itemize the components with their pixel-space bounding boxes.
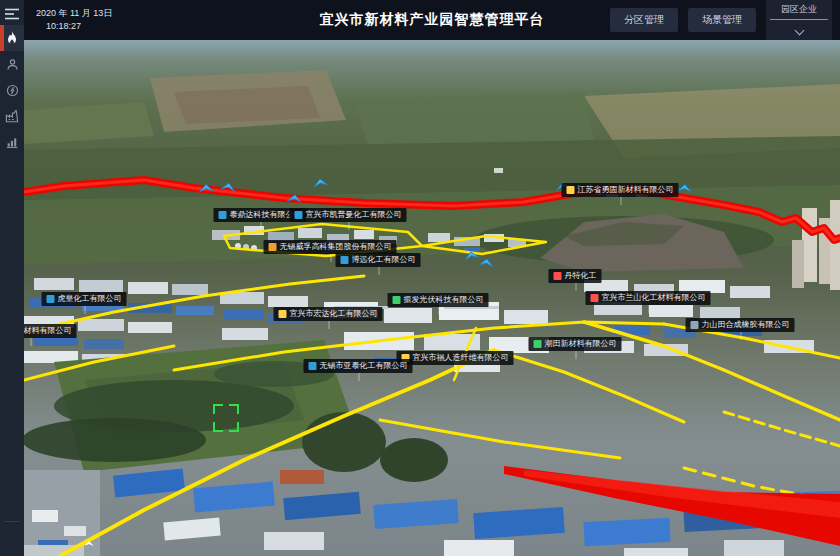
company-label[interactable]: 宜兴市福人造纤维有限公司	[397, 351, 514, 365]
company-label-text: 宜兴市兰山化工材料有限公司	[602, 294, 706, 302]
factory-icon	[5, 110, 19, 123]
company-marker-icon	[47, 295, 55, 303]
company-label[interactable]: 丹特化工	[549, 269, 602, 283]
company-label[interactable]: 潮田新材料有限公司	[529, 337, 622, 351]
sidebar-divider	[4, 521, 20, 522]
person-icon	[6, 58, 19, 71]
company-label[interactable]: 宜兴市宏达化工有限公司	[274, 307, 383, 321]
company-label-text: 力山田合成橡胶有限公司	[702, 321, 790, 329]
company-label-text: 宜兴市宏达化工有限公司	[290, 310, 378, 318]
chevron-down-icon	[794, 26, 804, 36]
page-title: 宜兴市新材料产业园智慧管理平台	[320, 11, 545, 29]
sidebar-item-factory[interactable]	[0, 103, 24, 129]
company-label[interactable]: 虎皇化工有限公司	[42, 292, 127, 306]
datetime: 2020 年 11 月 13日 10:18:27	[36, 7, 112, 34]
company-label[interactable]: 力山田合成橡胶有限公司	[686, 318, 795, 332]
company-label-text: 无锡威孚高科集团股份有限公司	[280, 243, 392, 251]
sidebar-item-energy[interactable]	[0, 77, 24, 103]
menu-icon[interactable]	[0, 3, 24, 25]
date-text: 2020 年 11 月 13日	[36, 7, 112, 21]
company-label[interactable]: 博远化工有限公司	[336, 253, 421, 267]
company-label-text: 虎皇化工有限公司	[58, 295, 122, 303]
company-marker-icon	[567, 186, 575, 194]
company-label-text: 潮田新材料有限公司	[545, 340, 617, 348]
company-label[interactable]: 江苏省勇固新材料有限公司	[562, 183, 679, 197]
company-marker-icon	[691, 321, 699, 329]
company-marker-icon	[591, 294, 599, 302]
power-icon	[6, 84, 19, 97]
scene-management-button[interactable]: 场景管理	[688, 8, 756, 32]
company-label[interactable]: 振发光伏科技有限公司	[388, 293, 489, 307]
dropdown-label: 园区企业	[770, 3, 828, 20]
company-label-text: 振发光伏科技有限公司	[404, 296, 484, 304]
company-marker-icon	[554, 272, 562, 280]
company-label[interactable]: 无锡威孚高科集团股份有限公司	[264, 240, 397, 254]
company-label-text: 博远化工有限公司	[352, 256, 416, 264]
company-label[interactable]: 无锡市亚泰化工有限公司	[304, 359, 413, 373]
company-marker-icon	[393, 296, 401, 304]
sidebar	[0, 0, 24, 556]
company-label-text: 江苏省勇固新材料有限公司	[578, 186, 674, 194]
fire-icon	[6, 31, 18, 45]
smart-park-platform: 2020 年 11 月 13日 10:18:27 宜兴市新材料产业园智慧管理平台…	[0, 0, 840, 556]
sidebar-item-statistics[interactable]	[0, 129, 24, 155]
company-label-text: 宜兴市福人造纤维有限公司	[413, 354, 509, 362]
sidebar-item-fire[interactable]	[0, 25, 24, 51]
company-marker-icon	[341, 256, 349, 264]
company-marker-icon	[309, 362, 317, 370]
company-marker-icon	[534, 340, 542, 348]
company-label-text: 丹特化工	[565, 272, 597, 280]
company-marker-icon	[279, 310, 287, 318]
company-label-text: 远东新材料有限公司	[24, 327, 72, 335]
company-marker-icon	[295, 211, 303, 219]
sidebar-item-personnel[interactable]	[0, 51, 24, 77]
time-text: 10:18:27	[46, 20, 112, 34]
company-label[interactable]: 宜兴市凯普曼化工有限公司	[290, 208, 407, 222]
zone-management-button[interactable]: 分区管理	[610, 8, 678, 32]
company-marker-icon	[269, 243, 277, 251]
map-3d-viewport[interactable]: 泰鼎达科技有限公司 宜兴市凯普曼化工有限公司 无锡威孚高科集团股份有限公司 博远…	[24, 40, 840, 556]
company-label[interactable]: 宜兴市兰山化工材料有限公司	[586, 291, 711, 305]
header-actions: 分区管理 场景管理 园区企业	[610, 0, 832, 40]
company-label-text: 宜兴市凯普曼化工有限公司	[306, 211, 402, 219]
company-label[interactable]: 远东新材料有限公司	[24, 324, 77, 338]
park-enterprise-dropdown[interactable]: 园区企业	[766, 0, 832, 40]
company-label-text: 无锡市亚泰化工有限公司	[320, 362, 408, 370]
top-header: 2020 年 11 月 13日 10:18:27 宜兴市新材料产业园智慧管理平台…	[24, 0, 840, 40]
bar-chart-icon	[6, 136, 19, 149]
company-marker-icon	[219, 211, 227, 219]
